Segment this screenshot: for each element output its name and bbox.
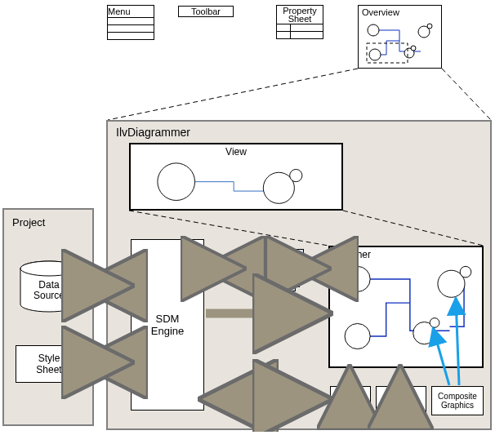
svg-point-0: [368, 24, 379, 36]
svg-point-19: [430, 318, 439, 328]
toolbar-label: Toolbar: [191, 7, 221, 16]
svg-line-8: [442, 69, 491, 120]
svg-line-7: [108, 69, 358, 120]
svg-point-3: [369, 49, 381, 60]
svg-point-9: [158, 163, 195, 201]
graph-layout-box: Graph Layout: [330, 386, 371, 415]
view-box: View: [129, 143, 343, 211]
sdm-engine-label: SDM Engine: [151, 313, 184, 337]
ilvdiagrammer-panel: IlvDiagrammer View SDM Engine Interactor…: [106, 120, 492, 430]
grapher-diagram: [330, 247, 482, 366]
data-source-cylinder: Data Source: [19, 260, 79, 313]
overview-box: Overview: [358, 5, 442, 69]
ilvdiagrammer-title: IlvDiagrammer: [116, 126, 190, 139]
svg-point-29: [20, 261, 78, 276]
overview-label: Overview: [359, 6, 441, 19]
svg-point-2: [427, 24, 432, 29]
style-sheet-label: Style Sheet: [36, 353, 61, 375]
project-panel: Project Data Source Style Sheet: [2, 208, 94, 426]
svg-point-14: [345, 266, 370, 291]
maps-label: Maps: [391, 397, 411, 406]
property-sheet-table: Property Sheet: [276, 5, 323, 39]
svg-line-13: [343, 211, 484, 246]
grapher-label: Grapher: [335, 249, 371, 260]
maps-box: Maps: [376, 386, 426, 415]
svg-point-15: [345, 323, 370, 348]
view-label: View: [225, 146, 247, 158]
svg-point-17: [460, 266, 471, 277]
menu-label: Menu: [108, 6, 154, 17]
menu-table: Menu: [107, 5, 154, 40]
style-sheet-box: Style Sheet: [16, 345, 83, 383]
overview-mini-diagram: [362, 19, 439, 66]
interactors-label: Interactors: [243, 257, 296, 291]
data-source-label: Data Source: [19, 280, 79, 301]
composite-graphics-label: Composite Graphics: [438, 392, 477, 410]
property-sheet-label: Property Sheet: [277, 6, 323, 24]
svg-point-5: [411, 46, 416, 51]
grapher-box: Grapher: [328, 246, 484, 368]
toolbar-box: Toolbar: [178, 6, 234, 17]
composite-graphics-box: Composite Graphics: [431, 386, 484, 415]
interactors-stack: Interactors: [243, 249, 306, 293]
project-title: Project: [12, 216, 45, 229]
sdm-engine-box: SDM Engine: [131, 239, 204, 411]
svg-point-11: [290, 169, 302, 181]
graph-layout-label: Graph Layout: [338, 392, 363, 410]
